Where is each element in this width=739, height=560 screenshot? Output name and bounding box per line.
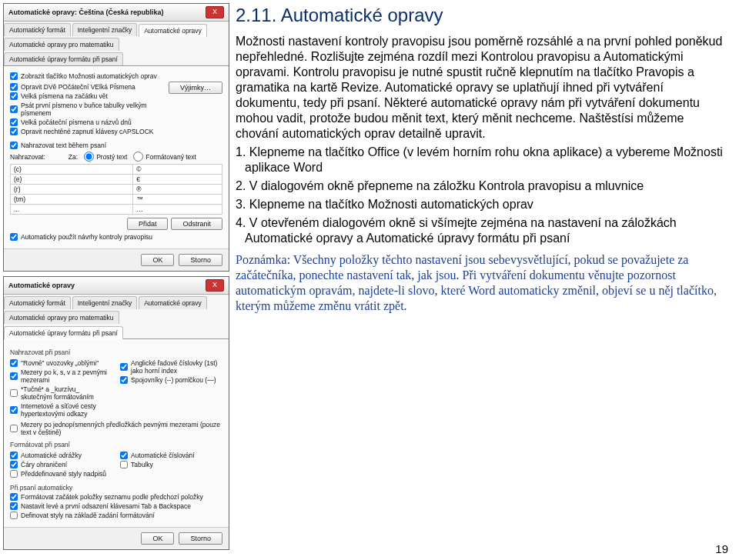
chk-label: Předdefinované styly nadpisů xyxy=(21,470,106,478)
chk-capslock[interactable] xyxy=(10,128,18,135)
chk-replace-typing[interactable] xyxy=(10,142,18,149)
chk-label: Spojovníky (--) pomlčkou (—) xyxy=(131,376,216,384)
chk-numbering[interactable] xyxy=(120,452,128,459)
table-cell[interactable]: (e) xyxy=(11,175,133,185)
table-cell[interactable]: (c) xyxy=(11,165,133,175)
chk-label: Tabulky xyxy=(131,461,153,468)
section-heading: 2.11. Automatické opravy xyxy=(236,5,725,26)
note-paragraph: Poznámka: Všechny položky těchto nastave… xyxy=(236,252,725,314)
chk-tablecell-cap[interactable] xyxy=(10,105,18,113)
chk-label: Velká písmena na začátku vět xyxy=(21,92,108,100)
radio-label: Formátovaný text xyxy=(145,153,196,161)
table-cell[interactable]: © xyxy=(133,165,222,175)
replace-label: Nahrazovat: xyxy=(10,153,45,161)
chk-boldital[interactable] xyxy=(10,389,18,397)
tab-autoformat[interactable]: Automatický formát xyxy=(4,296,71,309)
table-cell[interactable]: ... xyxy=(11,205,133,215)
chk-label: "Rovné" uvozovky „oblými" xyxy=(21,359,99,367)
chk-two-initial[interactable] xyxy=(10,83,18,91)
dialog1-title: Automatické opravy: Čeština (Česká repub… xyxy=(8,8,164,16)
chk-label: Opravit DVě POčáteční VElká PÍsmena xyxy=(21,83,135,91)
replace-table: (c)© (e)€ (r)® (tm)™ ...… xyxy=(10,164,222,215)
tab-smarttags[interactable]: Inteligentní značky xyxy=(72,296,137,309)
chk-listitem-format[interactable] xyxy=(10,493,18,501)
table-cell[interactable]: € xyxy=(133,175,222,185)
dialog2-titlebar: Automatické opravy X xyxy=(4,277,229,295)
chk-label: Psát první písmeno v buňce tabulky velký… xyxy=(21,102,169,117)
za-label: Za: xyxy=(69,153,78,161)
dialog-autocorrect-2: Automatické opravy X Automatický formát … xyxy=(3,276,229,550)
chk-headstyles[interactable] xyxy=(10,470,18,478)
chk-define-styles[interactable] xyxy=(10,512,18,519)
chk-label: Nahrazovat text během psaní xyxy=(21,142,106,149)
chk-label: Automatické číslování xyxy=(131,452,195,459)
tab-autoformat[interactable]: Automatický formát xyxy=(4,23,71,36)
exceptions-button[interactable]: Výjimky… xyxy=(169,82,222,94)
chk-quotes[interactable] xyxy=(10,359,18,367)
chk-singleletter-prep[interactable] xyxy=(10,425,18,432)
step-4: 4. V otevřeném dialogovém okně si všímej… xyxy=(236,215,725,246)
dialog1-body: Zobrazit tlačítko Možnosti automatických… xyxy=(4,66,229,248)
page-number: 19 xyxy=(715,542,728,555)
tab-autocorrect[interactable]: Automatické opravy xyxy=(139,296,207,309)
dialog2-title: Automatické opravy xyxy=(8,282,75,289)
chk-label: Mezery po jednopísmenných předložkách pe… xyxy=(21,421,222,436)
chk-label: Mezery po k, s, v a z pevnými mezerami xyxy=(21,368,112,384)
group-replace: Nahrazovat při psaní xyxy=(10,348,222,356)
step-1: 1. Klepneme na tlačítko Office (v levém … xyxy=(236,145,725,175)
group-typing: Při psaní automaticky xyxy=(10,484,222,492)
step-2: 2. V dialogovém okně přepneme na záložku… xyxy=(236,178,725,194)
chk-label: Čáry ohraničení xyxy=(21,461,67,468)
chk-sentence-cap[interactable] xyxy=(10,92,18,100)
tab-autocorrect[interactable]: Automatické opravy xyxy=(139,24,207,37)
delete-button[interactable]: Odstranit xyxy=(171,218,222,230)
tab-format-typing[interactable]: Automatické úpravy formátu při psaní xyxy=(4,52,123,65)
tab-smarttags[interactable]: Inteligentní značky xyxy=(72,23,137,36)
table-cell[interactable]: ® xyxy=(133,185,222,195)
table-cell[interactable]: (tm) xyxy=(11,195,133,205)
table-cell[interactable]: (r) xyxy=(11,185,133,195)
tab-math[interactable]: Automatické opravy pro matematiku xyxy=(4,38,119,51)
chk-suggestions[interactable] xyxy=(10,233,18,241)
chk-tables[interactable] xyxy=(120,461,128,468)
dialog2-tabs: Automatický formát Inteligentní značky A… xyxy=(4,295,229,339)
dialog2-body: Nahrazovat při psaní "Rovné" uvozovky „o… xyxy=(4,339,229,527)
chk-show-options[interactable] xyxy=(10,72,18,80)
close-icon[interactable]: X xyxy=(206,279,224,292)
chk-tab-indent[interactable] xyxy=(10,502,18,510)
chk-label: Opravit nechtěné zapnutí klávesy cAPSLOC… xyxy=(21,128,153,135)
chk-ksvz[interactable] xyxy=(10,372,18,380)
chk-bullets[interactable] xyxy=(10,452,18,459)
chk-label: Velká počáteční písmena u názvů dnů xyxy=(21,118,132,126)
table-cell[interactable]: ™ xyxy=(133,195,222,205)
chk-label: Zobrazit tlačítko Možnosti automatických… xyxy=(21,72,157,80)
cancel-button[interactable]: Storno xyxy=(179,532,222,545)
chk-ordinals[interactable] xyxy=(120,363,128,371)
chk-label: Internetové a síťové cesty hypertextovým… xyxy=(21,402,112,418)
chk-label: Formátovat začátek položky seznamu podle… xyxy=(21,493,203,501)
cancel-button[interactable]: Storno xyxy=(179,254,222,266)
chk-label: Nastavit levé a první odsazení klávesami… xyxy=(21,502,191,510)
chk-borders[interactable] xyxy=(10,461,18,468)
table-cell[interactable]: … xyxy=(133,205,222,215)
dialog1-tabs: Automatický formát Inteligentní značky A… xyxy=(4,22,229,66)
radio-formatted[interactable] xyxy=(133,152,143,162)
ok-button[interactable]: OK xyxy=(141,532,174,545)
tab-math[interactable]: Automatické opravy pro matematiku xyxy=(4,311,119,324)
tab-format-typing[interactable]: Automatické úpravy formátu při psaní xyxy=(4,326,123,339)
close-icon[interactable]: X xyxy=(206,6,224,18)
chk-dashes[interactable] xyxy=(120,376,128,384)
chk-label: Anglické řadové číslovky (1st) jako horn… xyxy=(131,359,222,375)
dialog1-titlebar: Automatické opravy: Čeština (Česká repub… xyxy=(4,4,229,22)
radio-plain[interactable] xyxy=(84,152,94,162)
add-button[interactable]: Přidat xyxy=(127,218,169,230)
chk-label: Automatické odrážky xyxy=(21,452,82,459)
chk-hyperlinks[interactable] xyxy=(10,406,18,414)
chk-label: Definovat styly na základě zadání formát… xyxy=(21,512,155,519)
chk-dayname-cap[interactable] xyxy=(10,118,18,126)
dialog-autocorrect-1: Automatické opravy: Čeština (Česká repub… xyxy=(3,3,229,272)
ok-button[interactable]: OK xyxy=(141,254,174,266)
chk-label: Automaticky použít návrhy kontroly pravo… xyxy=(21,233,152,241)
paragraph-intro: Možnosti nastavení kontroly pravopisu js… xyxy=(236,34,725,142)
radio-label: Prostý text xyxy=(96,153,127,161)
